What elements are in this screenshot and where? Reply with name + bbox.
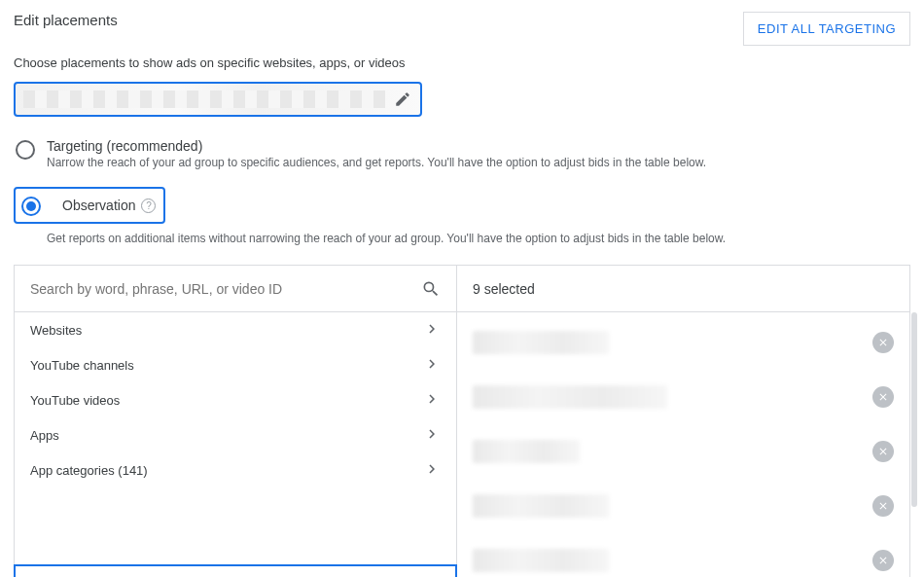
edit-all-targeting-button[interactable]: EDIT ALL TARGETING	[743, 12, 910, 46]
category-label: YouTube videos	[30, 393, 120, 408]
selected-placement-row	[457, 484, 909, 538]
chevron-right-icon	[423, 460, 441, 481]
category-item[interactable]: Websites	[15, 312, 456, 347]
remove-placement-button[interactable]	[872, 332, 894, 353]
chevron-right-icon	[423, 390, 441, 411]
placement-name-redacted	[473, 331, 609, 354]
pencil-icon[interactable]	[393, 90, 412, 109]
category-item[interactable]: YouTube channels	[15, 347, 456, 382]
placement-name-redacted	[473, 494, 609, 518]
chevron-right-icon	[423, 355, 441, 376]
chevron-right-icon	[423, 320, 441, 341]
targeting-desc: Narrow the reach of your ad group to spe…	[47, 156, 910, 169]
placement-name-redacted	[473, 385, 667, 409]
observation-highlight: Observation ?	[14, 187, 165, 224]
search-input[interactable]	[30, 281, 413, 297]
remove-placement-button[interactable]	[872, 441, 894, 462]
placement-name-redacted	[473, 440, 580, 463]
category-label: App categories (141)	[30, 463, 148, 478]
category-item[interactable]: Apps	[15, 417, 456, 452]
remove-placement-button[interactable]	[872, 386, 894, 408]
observation-radio[interactable]	[21, 197, 41, 216]
selected-placement-row	[457, 320, 909, 375]
targeting-label: Targeting (recommended)	[47, 138, 910, 154]
browse-column: WebsitesYouTube channelsYouTube videosAp…	[15, 266, 457, 577]
placements-panel: WebsitesYouTube channelsYouTube videosAp…	[14, 265, 910, 577]
selected-placement-row	[457, 538, 909, 577]
selected-column: 9 selected	[457, 266, 909, 577]
selected-placement-row	[457, 375, 909, 429]
category-item[interactable]: YouTube videos	[15, 382, 456, 417]
category-item[interactable]: App categories (141)	[15, 452, 456, 487]
targeting-radio[interactable]	[16, 140, 35, 160]
adgroup-name-redacted	[23, 90, 385, 108]
page-title: Edit placements	[14, 12, 118, 28]
category-label: YouTube channels	[30, 358, 134, 373]
search-icon[interactable]	[421, 279, 441, 299]
help-icon[interactable]: ?	[141, 198, 156, 213]
placement-name-redacted	[473, 549, 609, 572]
remove-placement-button[interactable]	[872, 550, 894, 571]
remove-placement-button[interactable]	[872, 495, 894, 517]
page-subtitle: Choose placements to show ads on specifi…	[0, 46, 924, 82]
selected-placement-row	[457, 429, 909, 484]
targeting-mode-radio-group: Targeting (recommended) Narrow the reach…	[0, 134, 924, 257]
enter-multiple-placements-button[interactable]: Enter multiple placements +	[14, 564, 457, 577]
category-label: Apps	[30, 428, 59, 443]
scrollbar[interactable]	[911, 312, 917, 507]
observation-desc: Get reports on additional items without …	[47, 232, 910, 245]
observation-label: Observation	[62, 198, 135, 213]
adgroup-selector[interactable]	[14, 82, 422, 117]
selected-count: 9 selected	[457, 266, 909, 312]
category-label: Websites	[30, 323, 82, 338]
chevron-right-icon	[423, 425, 441, 446]
